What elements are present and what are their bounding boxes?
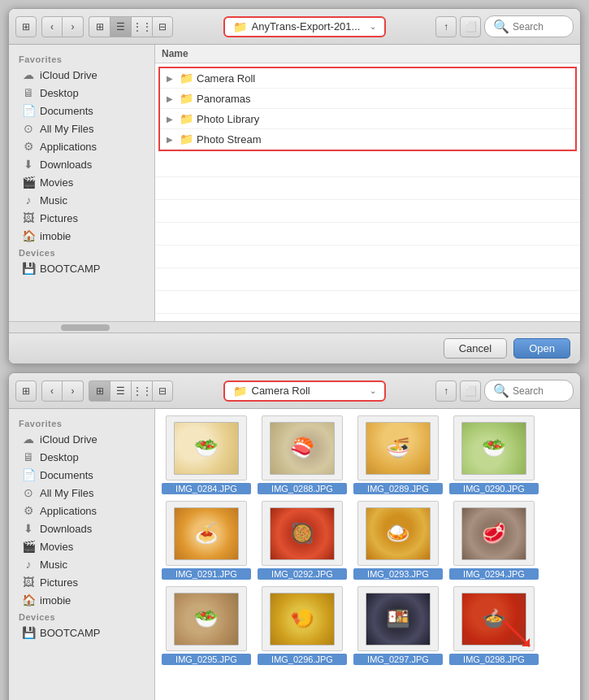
forward-button[interactable]: ›	[63, 16, 84, 37]
sidebar-item-all-my-files-1[interactable]: ⊙ All My Files	[9, 120, 154, 137]
search-box-1[interactable]: 🔍	[484, 15, 574, 37]
scrollbar-thumb-1[interactable]	[61, 324, 110, 331]
file-thumb-IMG_0295-JPG[interactable]: 🥗IMG_0295.JPG	[162, 586, 251, 665]
path-folder-icon: 📁	[233, 20, 247, 33]
file-thumb-IMG_0290-JPG[interactable]: 🥗IMG_0290.JPG	[449, 415, 539, 494]
applications-icon-2: ⚙	[22, 504, 35, 517]
cloud-icon: ☁	[22, 68, 35, 81]
sidebar-item-imobie-1[interactable]: 🏠 imobie	[9, 227, 154, 245]
search-box-2[interactable]: 🔍	[484, 380, 574, 402]
sidebar-item-desktop-1[interactable]: 🖥 Desktop	[9, 84, 154, 102]
folder-rows-group: ▶ 📁 Camera Roll ▶ 📁 Panoramas ▶ 📁 Photo …	[158, 67, 577, 151]
file-thumb-IMG_0288-JPG[interactable]: 🍣IMG_0288.JPG	[258, 415, 347, 494]
search-input-1[interactable]	[513, 21, 570, 33]
back-button-2[interactable]: ‹	[41, 380, 63, 402]
finder-window-2: ⊞ ‹ › ⊞ ☰ ⋮⋮ ⊟ 📁 Camera Roll ⌄ ↑ ⬜ 🔍	[8, 372, 581, 700]
folder-row-photo-library[interactable]: ▶ 📁 Photo Library	[160, 109, 575, 129]
sidebar-item-movies-1[interactable]: 🎬 Movies	[9, 173, 154, 191]
path-arrow-icon-2: ⌄	[370, 386, 376, 395]
sidebar-item-pictures-2[interactable]: 🖼 Pictures	[9, 573, 154, 591]
bootcamp-icon: 💾	[22, 262, 35, 275]
sidebar-item-bootcamp-2[interactable]: 💾 BOOTCAMP	[9, 624, 154, 641]
music-icon-2: ♪	[22, 558, 35, 571]
path-selector-2[interactable]: 📁 Camera Roll ⌄	[223, 380, 386, 402]
empty-row	[155, 246, 580, 268]
sidebar-item-downloads-2[interactable]: ⬇ Downloads	[9, 520, 154, 537]
folder-row-photo-stream[interactable]: ▶ 📁 Photo Stream	[160, 129, 575, 150]
folder-row-camera-roll[interactable]: ▶ 📁 Camera Roll	[160, 68, 575, 89]
empty-row	[155, 291, 580, 314]
view-list-button-2[interactable]: ☰	[110, 380, 131, 402]
window-button[interactable]: ⬜	[460, 16, 481, 37]
sidebar-item-applications-2[interactable]: ⚙ Applications	[9, 502, 154, 520]
share-button-2[interactable]: ↑	[435, 380, 457, 402]
sidebar-item-pictures-1[interactable]: 🖼 Pictures	[9, 209, 154, 227]
empty-row	[155, 177, 580, 200]
view-icon-button-2[interactable]: ⊞	[89, 380, 110, 402]
view-coverflow-button-2[interactable]: ⊟	[152, 380, 173, 402]
view-coverflow-button[interactable]: ⊟	[152, 16, 173, 37]
forward-button-2[interactable]: ›	[63, 380, 84, 402]
cancel-button-1[interactable]: Cancel	[444, 338, 507, 359]
folder-row-panoramas[interactable]: ▶ 📁 Panoramas	[160, 89, 575, 109]
path-selector[interactable]: 📁 AnyTrans-Export-201... ⌄	[223, 16, 386, 37]
sidebar-item-all-my-files-2[interactable]: ⊙ All My Files	[9, 484, 154, 502]
sidebar-label: Music	[40, 194, 67, 207]
sidebar-label: Movies	[40, 176, 73, 189]
search-icon: 🔍	[493, 19, 509, 34]
sidebar-item-documents-2[interactable]: 📄 Documents	[9, 466, 154, 484]
sidebar-item-music-2[interactable]: ♪ Music	[9, 555, 154, 573]
window-button-2[interactable]: ⬜	[460, 380, 481, 402]
path-area-2: 📁 Camera Roll ⌄	[178, 380, 431, 402]
sidebar-toggle-button-2[interactable]: ⊞	[15, 380, 37, 402]
nav-buttons: ‹ ›	[41, 16, 84, 37]
file-thumb-IMG_0284-JPG[interactable]: 🥗IMG_0284.JPG	[162, 415, 251, 494]
empty-row	[155, 154, 580, 177]
pictures-icon-2: 🖼	[22, 576, 35, 589]
file-list-1: Name ▶ 📁 Camera Roll ▶ 📁 Panoramas ▶ 📁 P…	[155, 45, 580, 321]
sidebar-item-applications-1[interactable]: ⚙ Applications	[9, 137, 154, 155]
sidebar-label: Music	[40, 559, 67, 571]
applications-icon: ⚙	[22, 140, 35, 153]
file-thumb-IMG_0289-JPG[interactable]: 🍜IMG_0289.JPG	[353, 415, 443, 494]
sidebar-item-downloads-1[interactable]: ⬇ Downloads	[9, 155, 154, 173]
folder-icon: 📁	[180, 112, 193, 125]
sidebar-label: Applications	[40, 141, 97, 153]
sidebar-item-icloud-drive-1[interactable]: ☁ iCloud Drive	[9, 66, 154, 84]
file-thumb-IMG_0293-JPG[interactable]: 🍛IMG_0293.JPG	[353, 501, 443, 580]
sidebar-item-documents-1[interactable]: 📄 Documents	[9, 102, 154, 120]
scrollbar-track-1[interactable]	[9, 321, 580, 333]
sidebar-item-bootcamp-1[interactable]: 💾 BOOTCAMP	[9, 259, 154, 277]
file-thumb-IMG_0296-JPG[interactable]: 🍤IMG_0296.JPG	[258, 586, 347, 665]
file-thumb-IMG_0292-JPG[interactable]: 🥘IMG_0292.JPG	[258, 501, 347, 580]
file-label: IMG_0295.JPG	[162, 654, 251, 665]
sidebar-item-imobie-2[interactable]: 🏠 imobie	[9, 591, 154, 609]
file-thumb-IMG_0298-JPG[interactable]: 🍲IMG_0298.JPG	[449, 586, 539, 665]
path-arrow-icon: ⌄	[370, 22, 376, 31]
nav-buttons-2: ‹ ›	[41, 380, 84, 402]
sidebar-item-music-1[interactable]: ♪ Music	[9, 191, 154, 209]
open-button-1[interactable]: Open	[513, 338, 570, 359]
sidebar-toggle-button[interactable]: ⊞	[15, 16, 37, 37]
back-button[interactable]: ‹	[41, 16, 63, 37]
file-thumb-IMG_0291-JPG[interactable]: 🍝IMG_0291.JPG	[162, 501, 251, 580]
folder-arrow-icon: ▶	[167, 115, 176, 124]
finder-body-2: Favorites ☁ iCloud Drive 🖥 Desktop 📄 Doc…	[9, 409, 580, 700]
file-label: IMG_0294.JPG	[449, 568, 539, 580]
sidebar-item-icloud-2[interactable]: ☁ iCloud Drive	[9, 430, 154, 448]
sidebar-item-desktop-2[interactable]: 🖥 Desktop	[9, 448, 154, 466]
sidebar-label: BOOTCAMP	[40, 263, 100, 275]
sidebar-item-movies-2[interactable]: 🎬 Movies	[9, 537, 154, 555]
sidebar-2: Favorites ☁ iCloud Drive 🖥 Desktop 📄 Doc…	[9, 409, 155, 700]
view-column-button-2[interactable]: ⋮⋮	[131, 380, 152, 402]
view-icon-button[interactable]: ⊞	[89, 16, 110, 37]
movies-icon-2: 🎬	[22, 540, 35, 553]
file-thumb-IMG_0294-JPG[interactable]: 🥩IMG_0294.JPG	[449, 501, 539, 580]
view-column-button[interactable]: ⋮⋮	[131, 16, 152, 37]
sidebar-label: Documents	[40, 469, 93, 481]
toolbar-2: ⊞ ‹ › ⊞ ☰ ⋮⋮ ⊟ 📁 Camera Roll ⌄ ↑ ⬜ 🔍	[9, 373, 580, 409]
share-button[interactable]: ↑	[435, 16, 457, 37]
view-list-button[interactable]: ☰	[110, 16, 131, 37]
file-thumb-IMG_0297-JPG[interactable]: 🍱IMG_0297.JPG	[353, 586, 443, 665]
search-input-2[interactable]	[513, 385, 570, 397]
